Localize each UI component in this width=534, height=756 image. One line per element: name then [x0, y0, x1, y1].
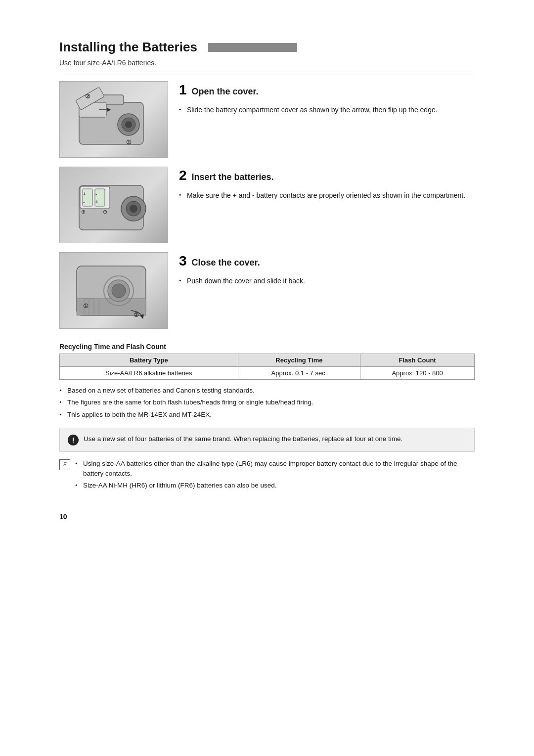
step-1-content: 1 Open the cover. Slide the battery comp… — [179, 81, 475, 117]
step-2-number: 2 — [179, 169, 187, 182]
cell-battery-type: Size-AA/LR6 alkaline batteries — [60, 367, 238, 380]
recycling-note-3: This applies to both the MR-14EX and MT-… — [59, 410, 475, 420]
svg-text:⊖: ⊖ — [103, 209, 107, 215]
caution-box: ! Use a new set of four batteries of the… — [59, 428, 475, 452]
table-notes: Based on a new set of batteries and Cano… — [59, 386, 475, 420]
section-divider — [59, 72, 475, 72]
svg-text:②: ② — [85, 93, 90, 100]
step-3-row: ① ② 3 Close the cover. Push down the cov… — [59, 252, 475, 329]
step-1-number: 1 — [179, 83, 187, 97]
step-3-bullets: Push down the cover and slide it back. — [179, 276, 475, 286]
svg-text:①: ① — [83, 303, 89, 310]
caution-text: Use a new set of four batteries of the s… — [84, 434, 402, 444]
svg-text:+: + — [95, 199, 98, 205]
step-2-bullet-1: Make sure the + and - battery contacts a… — [179, 190, 475, 201]
title-decoration — [208, 43, 297, 52]
svg-point-9 — [125, 121, 132, 128]
svg-text:+: + — [83, 191, 86, 197]
step-3-image: ① ② — [59, 252, 168, 329]
cell-recycling-time: Approx. 0.1 - 7 sec. — [238, 367, 360, 380]
recycling-note-1: Based on a new set of batteries and Cano… — [59, 386, 475, 396]
table-header-row: Battery Type Recycling Time Flash Count — [60, 354, 475, 367]
step-3-heading-wrapper: 3 Close the cover. — [179, 254, 475, 272]
subtitle: Use four size-AA/LR6 batteries. — [59, 59, 475, 67]
col-battery-type: Battery Type — [60, 354, 238, 367]
note-icon: F — [59, 459, 70, 470]
note-box: F Using size-AA batteries other than the… — [59, 459, 475, 493]
steps-container: ① ② 1 Open the cover. — [59, 81, 475, 338]
recycling-note-2: The figures are the same for both flash … — [59, 398, 475, 407]
step-1-bullet-1: Slide the battery compartment cover as s… — [179, 105, 475, 115]
page-number: 10 — [59, 513, 475, 521]
recycling-section: Recycling Time and Flash Count Battery T… — [59, 343, 475, 380]
note-bullet-2: Size-AA Ni-MH (HR6) or lithium (FR6) bat… — [75, 481, 475, 490]
step-3-illustration: ① ② — [69, 259, 158, 323]
step-2-illustration: + - - + ⊕ ⊖ — [69, 173, 158, 237]
step-2-bullets: Make sure the + and - battery contacts a… — [179, 190, 475, 201]
step-2-heading: Insert the batteries. — [192, 170, 274, 182]
svg-text:①: ① — [126, 139, 132, 146]
note-content: Using size-AA batteries other than the a… — [75, 459, 475, 493]
title-text: Installing the Batteries — [59, 40, 197, 55]
col-flash-count: Flash Count — [360, 354, 475, 367]
step-1-heading-wrapper: 1 Open the cover. — [179, 83, 475, 101]
svg-point-31 — [112, 284, 126, 298]
svg-text:⊕: ⊕ — [81, 209, 86, 215]
note-bullets: Using size-AA batteries other than the a… — [75, 459, 475, 491]
page-title: Installing the Batteries — [59, 40, 475, 55]
table-row: Size-AA/LR6 alkaline batteries Approx. 0… — [60, 367, 475, 380]
step-3-heading: Close the cover. — [192, 256, 260, 268]
step-1-illustration: ① ② — [69, 88, 158, 152]
caution-icon: ! — [68, 435, 79, 445]
svg-text:-: - — [83, 199, 85, 205]
step-2-row: + - - + ⊕ ⊖ 2 Insert the batteries. — [59, 167, 475, 243]
col-recycling-time: Recycling Time — [238, 354, 360, 367]
step-2-image: + - - + ⊕ ⊖ — [59, 167, 168, 243]
step-3-content: 3 Close the cover. Push down the cover a… — [179, 252, 475, 288]
svg-point-22 — [130, 205, 137, 213]
step-1-row: ① ② 1 Open the cover. — [59, 81, 475, 158]
step-2-heading-wrapper: 2 Insert the batteries. — [179, 169, 475, 186]
recycling-title: Recycling Time and Flash Count — [59, 343, 475, 351]
note-bullet-1: Using size-AA batteries other than the a… — [75, 459, 475, 479]
step-1-image: ① ② — [59, 81, 168, 158]
recycling-table: Battery Type Recycling Time Flash Count … — [59, 354, 475, 380]
step-3-bullet-1: Push down the cover and slide it back. — [179, 276, 475, 286]
svg-text:-: - — [95, 191, 97, 197]
step-3-number: 3 — [179, 254, 187, 268]
recycling-notes-list: Based on a new set of batteries and Cano… — [59, 386, 475, 420]
step-2-content: 2 Insert the batteries. Make sure the + … — [179, 167, 475, 203]
step-1-heading: Open the cover. — [192, 85, 259, 97]
step-1-bullets: Slide the battery compartment cover as s… — [179, 105, 475, 115]
cell-flash-count: Approx. 120 - 800 — [360, 367, 475, 380]
